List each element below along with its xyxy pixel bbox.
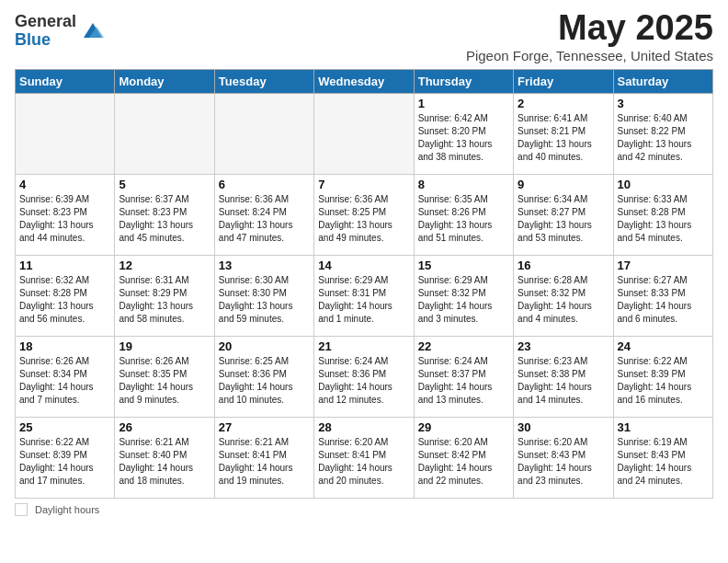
- cell-info: Sunrise: 6:29 AM Sunset: 8:32 PM Dayligh…: [418, 274, 509, 326]
- calendar-cell: 28Sunrise: 6:20 AM Sunset: 8:41 PM Dayli…: [314, 417, 414, 498]
- calendar-cell: 3Sunrise: 6:40 AM Sunset: 8:22 PM Daylig…: [613, 93, 712, 174]
- day-number: 6: [219, 178, 310, 191]
- day-number: 24: [618, 339, 709, 353]
- week-row-0: 1Sunrise: 6:42 AM Sunset: 8:20 PM Daylig…: [16, 93, 713, 174]
- calendar-cell: 24Sunrise: 6:22 AM Sunset: 8:39 PM Dayli…: [613, 336, 712, 417]
- calendar-header-thursday: Thursday: [414, 69, 513, 93]
- header: General Blue May 2025 Pigeon Forge, Tenn…: [15, 9, 713, 63]
- cell-info: Sunrise: 6:20 AM Sunset: 8:41 PM Dayligh…: [318, 436, 409, 488]
- cell-info: Sunrise: 6:29 AM Sunset: 8:31 PM Dayligh…: [318, 274, 409, 326]
- calendar-cell: [314, 93, 414, 174]
- cell-info: Sunrise: 6:22 AM Sunset: 8:39 PM Dayligh…: [19, 436, 110, 488]
- calendar-cell: 12Sunrise: 6:31 AM Sunset: 8:29 PM Dayli…: [115, 255, 214, 336]
- logo: General Blue: [15, 13, 106, 50]
- day-number: 20: [219, 339, 310, 353]
- day-number: 8: [418, 178, 509, 191]
- daylight-label: Daylight hours: [35, 504, 99, 515]
- day-number: 11: [19, 259, 110, 272]
- day-number: 15: [418, 259, 509, 272]
- day-number: 19: [119, 339, 210, 353]
- cell-info: Sunrise: 6:34 AM Sunset: 8:27 PM Dayligh…: [518, 193, 609, 245]
- day-number: 9: [518, 178, 609, 191]
- calendar-header-sunday: Sunday: [16, 69, 115, 93]
- day-number: 28: [318, 420, 409, 434]
- cell-info: Sunrise: 6:20 AM Sunset: 8:43 PM Dayligh…: [518, 436, 609, 488]
- calendar-cell: 5Sunrise: 6:37 AM Sunset: 8:23 PM Daylig…: [115, 174, 214, 255]
- calendar-cell: 7Sunrise: 6:36 AM Sunset: 8:25 PM Daylig…: [314, 174, 414, 255]
- page: General Blue May 2025 Pigeon Forge, Tenn…: [0, 0, 728, 525]
- cell-info: Sunrise: 6:30 AM Sunset: 8:30 PM Dayligh…: [219, 274, 310, 326]
- calendar-cell: 15Sunrise: 6:29 AM Sunset: 8:32 PM Dayli…: [414, 255, 513, 336]
- calendar-cell: 31Sunrise: 6:19 AM Sunset: 8:43 PM Dayli…: [613, 417, 712, 498]
- cell-info: Sunrise: 6:25 AM Sunset: 8:36 PM Dayligh…: [219, 355, 310, 407]
- day-number: 16: [518, 259, 609, 272]
- calendar-cell: 22Sunrise: 6:24 AM Sunset: 8:37 PM Dayli…: [414, 336, 513, 417]
- cell-info: Sunrise: 6:21 AM Sunset: 8:40 PM Dayligh…: [119, 436, 210, 488]
- day-number: 14: [318, 259, 409, 272]
- cell-info: Sunrise: 6:21 AM Sunset: 8:41 PM Dayligh…: [219, 436, 310, 488]
- calendar-cell: 29Sunrise: 6:20 AM Sunset: 8:42 PM Dayli…: [414, 417, 513, 498]
- cell-info: Sunrise: 6:41 AM Sunset: 8:21 PM Dayligh…: [518, 112, 609, 164]
- calendar-cell: 20Sunrise: 6:25 AM Sunset: 8:36 PM Dayli…: [214, 336, 313, 417]
- calendar-cell: 1Sunrise: 6:42 AM Sunset: 8:20 PM Daylig…: [414, 93, 513, 174]
- day-number: 23: [518, 339, 609, 353]
- calendar: SundayMondayTuesdayWednesdayThursdayFrid…: [15, 69, 713, 499]
- calendar-header-row: SundayMondayTuesdayWednesdayThursdayFrid…: [16, 69, 713, 93]
- cell-info: Sunrise: 6:42 AM Sunset: 8:20 PM Dayligh…: [418, 112, 509, 164]
- cell-info: Sunrise: 6:33 AM Sunset: 8:28 PM Dayligh…: [618, 193, 709, 245]
- cell-info: Sunrise: 6:31 AM Sunset: 8:29 PM Dayligh…: [119, 274, 210, 326]
- calendar-cell: 6Sunrise: 6:36 AM Sunset: 8:24 PM Daylig…: [214, 174, 313, 255]
- day-number: 13: [219, 259, 310, 272]
- month-year: May 2025: [466, 9, 713, 48]
- cell-info: Sunrise: 6:26 AM Sunset: 8:34 PM Dayligh…: [19, 355, 110, 407]
- calendar-cell: [115, 93, 214, 174]
- cell-info: Sunrise: 6:20 AM Sunset: 8:42 PM Dayligh…: [418, 436, 509, 488]
- cell-info: Sunrise: 6:37 AM Sunset: 8:23 PM Dayligh…: [119, 193, 210, 245]
- cell-info: Sunrise: 6:36 AM Sunset: 8:24 PM Dayligh…: [219, 193, 310, 245]
- cell-info: Sunrise: 6:23 AM Sunset: 8:38 PM Dayligh…: [518, 355, 609, 407]
- week-row-3: 18Sunrise: 6:26 AM Sunset: 8:34 PM Dayli…: [16, 336, 713, 417]
- cell-info: Sunrise: 6:27 AM Sunset: 8:33 PM Dayligh…: [618, 274, 709, 326]
- calendar-header-friday: Friday: [514, 69, 613, 93]
- calendar-cell: 27Sunrise: 6:21 AM Sunset: 8:41 PM Dayli…: [214, 417, 313, 498]
- logo-icon: [80, 17, 106, 43]
- calendar-header-monday: Monday: [115, 69, 214, 93]
- calendar-cell: 11Sunrise: 6:32 AM Sunset: 8:28 PM Dayli…: [16, 255, 115, 336]
- day-number: 22: [418, 339, 509, 353]
- day-number: 25: [19, 420, 110, 434]
- cell-info: Sunrise: 6:40 AM Sunset: 8:22 PM Dayligh…: [618, 112, 709, 164]
- calendar-cell: 21Sunrise: 6:24 AM Sunset: 8:36 PM Dayli…: [314, 336, 414, 417]
- cell-info: Sunrise: 6:24 AM Sunset: 8:36 PM Dayligh…: [318, 355, 409, 407]
- day-number: 7: [318, 178, 409, 191]
- cell-info: Sunrise: 6:39 AM Sunset: 8:23 PM Dayligh…: [19, 193, 110, 245]
- day-number: 29: [418, 420, 509, 434]
- calendar-cell: 26Sunrise: 6:21 AM Sunset: 8:40 PM Dayli…: [115, 417, 214, 498]
- day-number: 27: [219, 420, 310, 434]
- calendar-cell: 2Sunrise: 6:41 AM Sunset: 8:21 PM Daylig…: [514, 93, 613, 174]
- calendar-cell: 17Sunrise: 6:27 AM Sunset: 8:33 PM Dayli…: [613, 255, 712, 336]
- week-row-4: 25Sunrise: 6:22 AM Sunset: 8:39 PM Dayli…: [16, 417, 713, 498]
- day-number: 12: [119, 259, 210, 272]
- day-number: 17: [618, 259, 709, 272]
- day-number: 26: [119, 420, 210, 434]
- week-row-1: 4Sunrise: 6:39 AM Sunset: 8:23 PM Daylig…: [16, 174, 713, 255]
- calendar-cell: 19Sunrise: 6:26 AM Sunset: 8:35 PM Dayli…: [115, 336, 214, 417]
- location: Pigeon Forge, Tennessee, United States: [466, 48, 713, 63]
- calendar-cell: 25Sunrise: 6:22 AM Sunset: 8:39 PM Dayli…: [16, 417, 115, 498]
- calendar-cell: 18Sunrise: 6:26 AM Sunset: 8:34 PM Dayli…: [16, 336, 115, 417]
- calendar-cell: 10Sunrise: 6:33 AM Sunset: 8:28 PM Dayli…: [613, 174, 712, 255]
- daylight-box: [15, 503, 28, 516]
- calendar-cell: 23Sunrise: 6:23 AM Sunset: 8:38 PM Dayli…: [514, 336, 613, 417]
- day-number: 18: [19, 339, 110, 353]
- calendar-header-wednesday: Wednesday: [314, 69, 414, 93]
- day-number: 1: [418, 97, 509, 110]
- day-number: 3: [618, 97, 709, 110]
- calendar-cell: 8Sunrise: 6:35 AM Sunset: 8:26 PM Daylig…: [414, 174, 513, 255]
- calendar-cell: 4Sunrise: 6:39 AM Sunset: 8:23 PM Daylig…: [16, 174, 115, 255]
- day-number: 4: [19, 178, 110, 191]
- calendar-cell: [214, 93, 313, 174]
- cell-info: Sunrise: 6:36 AM Sunset: 8:25 PM Dayligh…: [318, 193, 409, 245]
- cell-info: Sunrise: 6:26 AM Sunset: 8:35 PM Dayligh…: [119, 355, 210, 407]
- calendar-header-tuesday: Tuesday: [214, 69, 313, 93]
- day-number: 31: [618, 420, 709, 434]
